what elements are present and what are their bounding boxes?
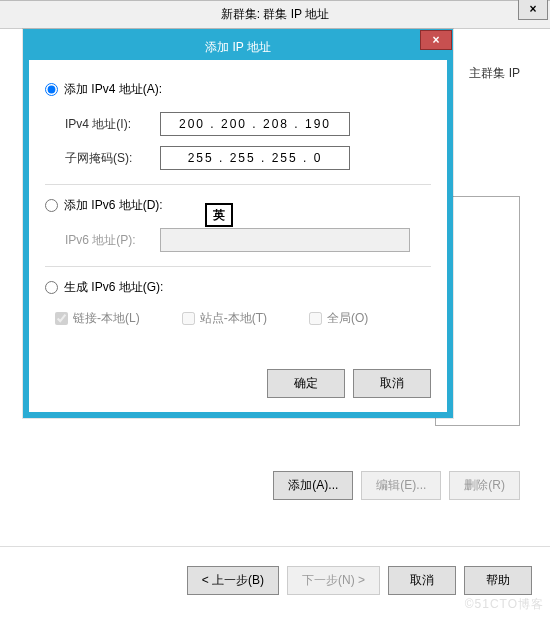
ipv6-radio-label: 添加 IPv6 地址(D): [64,197,163,214]
gen-ipv6-options: 链接-本地(L) 站点-本地(T) 全局(O) [55,310,431,327]
gen-ipv6-radio-row[interactable]: 生成 IPv6 地址(G): [45,279,431,296]
ipv6-address-row: IPv6 地址(P): [65,228,431,252]
site-local-option: 站点-本地(T) [182,310,267,327]
ipv6-address-label: IPv6 地址(P): [65,232,160,249]
parent-title: 新群集: 群集 IP 地址 [221,6,329,23]
next-button: 下一步(N) > [287,566,380,595]
modal-titlebar: 添加 IP 地址 × [28,34,448,60]
ipv4-radio-row[interactable]: 添加 IPv4 地址(A): [45,81,431,98]
modal-body: 添加 IPv4 地址(A): IPv4 地址(I): 200 . 200 . 2… [29,59,447,412]
back-button[interactable]: < 上一步(B) [187,566,279,595]
ipv6-radio[interactable] [45,199,58,212]
ipv6-address-input [160,228,410,252]
subnet-mask-input[interactable]: 255 . 255 . 255 . 0 [160,146,350,170]
subnet-mask-label: 子网掩码(S): [65,150,160,167]
close-icon: × [432,33,439,47]
parent-titlebar: 新群集: 群集 IP 地址 × [0,1,550,29]
global-label: 全局(O) [327,310,368,327]
wizard-buttons: < 上一步(B) 下一步(N) > 取消 帮助 [187,566,532,595]
parent-hint-text: 主群集 IP [469,65,520,82]
new-cluster-window: 新群集: 群集 IP 地址 × 主群集 IP 添加(A)... 编辑(E)...… [0,0,550,617]
site-local-checkbox [182,312,195,325]
modal-title: 添加 IP 地址 [205,39,271,56]
link-local-checkbox [55,312,68,325]
ipv4-address-label: IPv4 地址(I): [65,116,160,133]
ipv4-radio[interactable] [45,83,58,96]
global-checkbox [309,312,322,325]
add-ip-dialog: 添加 IP 地址 × 添加 IPv4 地址(A): IPv4 地址(I): 20… [23,29,453,418]
ipv4-address-input[interactable]: 200 . 200 . 208 . 190 [160,112,350,136]
section-divider [45,184,431,185]
watermark: ©51CTO博客 [465,596,544,613]
ok-button[interactable]: 确定 [267,369,345,398]
edit-button: 编辑(E)... [361,471,441,500]
ime-indicator[interactable]: 英 [205,203,233,227]
cancel-button[interactable]: 取消 [388,566,456,595]
subnet-mask-row: 子网掩码(S): 255 . 255 . 255 . 0 [65,146,431,170]
close-icon: × [529,2,536,16]
help-button[interactable]: 帮助 [464,566,532,595]
site-local-label: 站点-本地(T) [200,310,267,327]
modal-footer: 确定 取消 [45,369,431,398]
link-local-option: 链接-本地(L) [55,310,140,327]
remove-button: 删除(R) [449,471,520,500]
link-local-label: 链接-本地(L) [73,310,140,327]
add-button[interactable]: 添加(A)... [273,471,353,500]
modal-cancel-button[interactable]: 取消 [353,369,431,398]
ipv6-radio-row[interactable]: 添加 IPv6 地址(D): [45,197,431,214]
gen-ipv6-radio[interactable] [45,281,58,294]
divider [0,546,550,547]
ip-list-buttons: 添加(A)... 编辑(E)... 删除(R) [273,471,520,500]
gen-ipv6-radio-label: 生成 IPv6 地址(G): [64,279,163,296]
ipv4-radio-label: 添加 IPv4 地址(A): [64,81,162,98]
parent-close-button[interactable]: × [518,0,548,20]
ipv4-address-row: IPv4 地址(I): 200 . 200 . 208 . 190 [65,112,431,136]
section-divider-2 [45,266,431,267]
modal-close-button[interactable]: × [420,30,452,50]
global-option: 全局(O) [309,310,368,327]
